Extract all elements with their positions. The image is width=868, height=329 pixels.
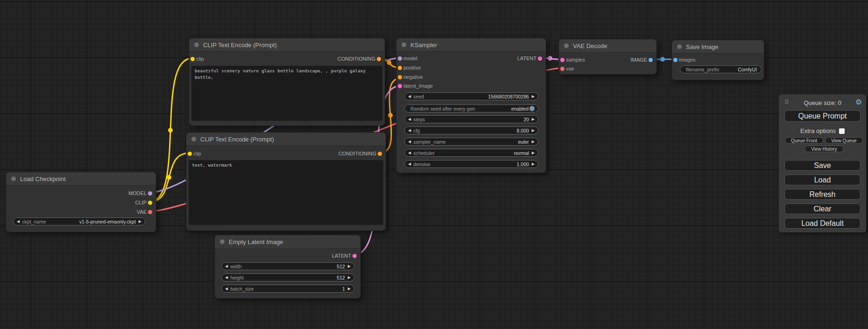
widget-seed[interactable]: ◀ seed 156680208700286 ▶ — [404, 92, 538, 100]
port-dot-latent[interactable] — [398, 84, 402, 88]
refresh-button[interactable]: Refresh — [784, 189, 861, 200]
port-dot-clip[interactable] — [188, 152, 192, 156]
node-clip-text-encode-negative[interactable]: CLIP Text Encode (Prompt) clip CONDITION… — [186, 132, 386, 231]
prompt-textarea[interactable]: text, watermark — [189, 160, 383, 225]
output-clip[interactable]: CLIP — [135, 199, 156, 206]
queue-prompt-button[interactable]: Queue Prompt — [784, 110, 861, 122]
decrement-arrow-icon[interactable]: ◀ — [408, 162, 411, 166]
widget-batch-size[interactable]: ◀ batch_size 1 ▶ — [221, 285, 354, 293]
queue-front-button[interactable]: Queue Front — [785, 137, 823, 144]
increment-arrow-icon[interactable]: ▶ — [348, 287, 351, 291]
widget-sampler-name[interactable]: ◀ sampler_name euler ▶ — [404, 138, 538, 146]
settings-gear-icon[interactable]: ⚙ — [855, 98, 862, 106]
port-label: clip — [196, 56, 204, 62]
node-title: CLIP Text Encode (Prompt) — [200, 136, 274, 143]
decrement-arrow-icon[interactable]: ◀ — [225, 265, 228, 268]
graph-canvas[interactable]: Load Checkpoint MODEL CLIP VAE ◀ ckpt_na… — [0, 0, 868, 329]
decrement-arrow-icon[interactable]: ◀ — [225, 276, 228, 280]
input-model[interactable]: model — [396, 55, 417, 62]
output-latent[interactable]: LATENT — [517, 55, 546, 62]
port-dot-image[interactable] — [649, 58, 653, 62]
save-button[interactable]: Save — [784, 160, 861, 171]
port-dot-conditioning[interactable] — [377, 57, 381, 61]
increment-arrow-icon[interactable]: ▶ — [532, 140, 535, 144]
port-dot-conditioning[interactable] — [398, 66, 402, 70]
port-dot-latent[interactable] — [560, 58, 565, 62]
increment-arrow-icon[interactable]: ▶ — [348, 265, 351, 268]
view-history-button[interactable]: View History — [804, 146, 844, 152]
port-dot-conditioning[interactable] — [398, 75, 402, 79]
decrement-arrow-icon[interactable]: ◀ — [225, 287, 228, 291]
input-latent-image[interactable]: latent_image — [396, 83, 433, 89]
node-empty-latent-image[interactable]: Empty Latent Image LATENT ◀ width 512 ▶ … — [214, 235, 361, 299]
port-dot-model[interactable] — [148, 191, 152, 196]
input-clip[interactable]: clip — [186, 150, 201, 157]
decrement-arrow-icon[interactable]: ◀ — [408, 95, 411, 98]
increment-arrow-icon[interactable]: ▶ — [139, 220, 141, 224]
view-queue-button[interactable]: View Queue — [825, 137, 863, 144]
load-button[interactable]: Load — [784, 175, 861, 185]
widget-ckpt-name[interactable]: ◀ ckpt_name v1-5-pruned-emaonly.ckpt ▶ — [13, 217, 145, 225]
load-default-button[interactable]: Load Default — [784, 218, 861, 229]
decrement-arrow-icon[interactable]: ◀ — [17, 220, 20, 224]
output-latent[interactable]: LATENT — [332, 252, 360, 259]
node-status-dot — [191, 137, 196, 141]
node-header[interactable]: Empty Latent Image — [215, 235, 360, 249]
increment-arrow-icon[interactable]: ▶ — [532, 95, 535, 98]
port-dot-latent[interactable] — [538, 56, 542, 61]
input-vae[interactable]: vae — [559, 65, 574, 72]
input-clip[interactable]: clip — [189, 56, 204, 62]
node-header[interactable]: KSampler — [396, 38, 546, 52]
widget-value: 156680208700286 — [488, 94, 529, 99]
node-header[interactable]: CLIP Text Encode (Prompt) — [186, 133, 386, 146]
output-conditioning[interactable]: CONDITIONING — [338, 56, 385, 62]
increment-arrow-icon[interactable]: ▶ — [348, 276, 351, 280]
widget-width[interactable]: ◀ width 512 ▶ — [221, 262, 354, 270]
port-dot-vae[interactable] — [148, 210, 152, 214]
extra-options-checkbox[interactable] — [839, 128, 845, 134]
output-conditioning[interactable]: CONDITIONING — [339, 150, 386, 157]
widget-cfg[interactable]: ◀ cfg 8.000 ▶ — [404, 126, 538, 134]
decrement-arrow-icon[interactable]: ◀ — [408, 129, 411, 133]
toggle-enabled-dot[interactable] — [529, 106, 535, 111]
output-model[interactable]: MODEL — [128, 190, 156, 196]
port-dot-model[interactable] — [398, 56, 402, 61]
widget-denoise[interactable]: ◀ denoise 1.000 ▶ — [404, 160, 538, 168]
node-clip-text-encode-positive[interactable]: CLIP Text Encode (Prompt) clip CONDITION… — [189, 38, 385, 126]
widget-random-seed-toggle[interactable]: Random seed after every gen enabled — [404, 105, 538, 112]
node-ksampler[interactable]: KSampler model positive negative latent_… — [396, 38, 546, 173]
increment-arrow-icon[interactable]: ▶ — [532, 162, 535, 166]
node-vae-decode[interactable]: VAE Decode samples vae IMAGE — [558, 39, 657, 75]
node-save-image[interactable]: Save Image images filename_prefix ComfyU… — [671, 40, 764, 80]
increment-arrow-icon[interactable]: ▶ — [532, 129, 535, 133]
node-header[interactable]: CLIP Text Encode (Prompt) — [189, 38, 385, 52]
input-images[interactable]: images — [672, 56, 695, 63]
input-negative[interactable]: negative — [396, 74, 423, 80]
increment-arrow-icon[interactable]: ▶ — [532, 118, 535, 121]
decrement-arrow-icon[interactable]: ◀ — [408, 140, 411, 144]
port-dot-latent[interactable] — [353, 254, 357, 258]
node-load-checkpoint[interactable]: Load Checkpoint MODEL CLIP VAE ◀ ckpt_na… — [6, 172, 156, 232]
output-vae[interactable]: VAE — [137, 209, 156, 215]
widget-steps[interactable]: ◀ steps 20 ▶ — [404, 115, 538, 123]
port-dot-vae[interactable] — [560, 67, 565, 71]
decrement-arrow-icon[interactable]: ◀ — [408, 118, 411, 121]
input-positive[interactable]: positive — [396, 64, 421, 71]
node-header[interactable]: Load Checkpoint — [6, 172, 156, 186]
link-midpoint-dot — [168, 128, 173, 133]
input-samples[interactable]: samples — [559, 56, 585, 63]
port-dot-clip[interactable] — [191, 57, 195, 61]
port-dot-image[interactable] — [673, 58, 677, 62]
widget-filename-prefix[interactable]: filename_prefix ComfyUI — [680, 65, 762, 73]
port-dot-conditioning[interactable] — [378, 152, 382, 156]
widget-scheduler[interactable]: ◀ scheduler normal ▶ — [404, 149, 538, 157]
increment-arrow-icon[interactable]: ▶ — [532, 151, 535, 155]
clear-button[interactable]: Clear — [784, 203, 861, 214]
node-header[interactable]: Save Image — [672, 40, 764, 54]
output-image[interactable]: IMAGE — [631, 56, 656, 63]
decrement-arrow-icon[interactable]: ◀ — [408, 151, 411, 155]
prompt-textarea[interactable]: beautiful scenery nature glass bottle la… — [191, 66, 382, 121]
widget-height[interactable]: ◀ height 512 ▶ — [221, 273, 354, 281]
node-header[interactable]: VAE Decode — [559, 39, 656, 53]
port-dot-clip[interactable] — [148, 201, 152, 205]
